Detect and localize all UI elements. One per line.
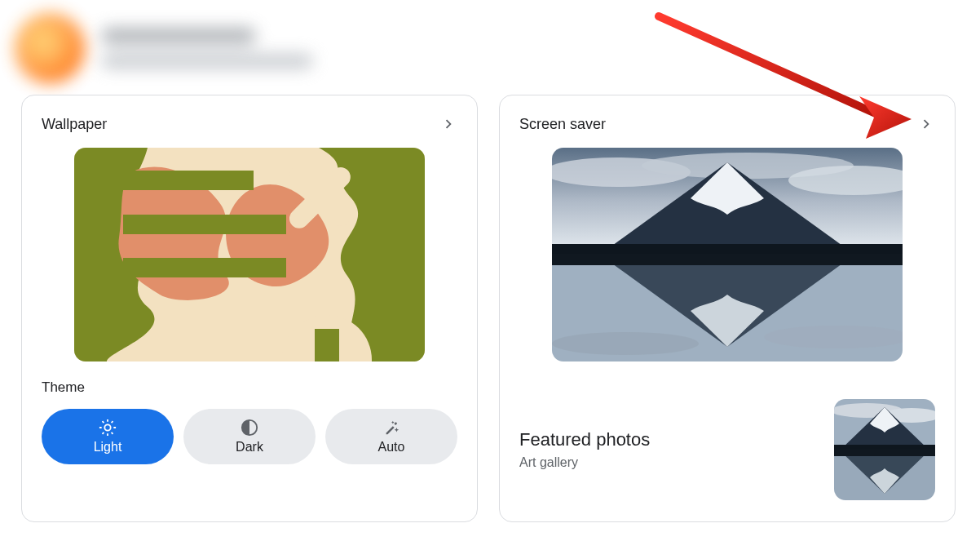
featured-photos-title: Featured photos (519, 429, 650, 450)
theme-dark-button[interactable]: Dark (183, 409, 316, 464)
account-text-blurred (101, 28, 313, 69)
theme-light-button[interactable]: Light (42, 409, 174, 464)
wallpaper-card: Wallpaper (21, 95, 478, 522)
svg-point-16 (552, 332, 699, 355)
screensaver-title: Screen saver (519, 116, 606, 133)
wallpaper-header[interactable]: Wallpaper (42, 115, 457, 133)
featured-photos-thumbnail (834, 399, 935, 500)
theme-dark-label: Dark (236, 440, 263, 455)
svg-rect-4 (315, 329, 339, 361)
theme-light-label: Light (94, 440, 122, 455)
wallpaper-title: Wallpaper (42, 116, 107, 133)
magic-wand-icon (382, 419, 400, 437)
screensaver-header[interactable]: Screen saver (519, 115, 935, 133)
svg-rect-6 (123, 215, 286, 234)
screensaver-preview[interactable] (552, 148, 903, 361)
half-circle-icon (241, 419, 258, 437)
chevron-right-icon (917, 115, 935, 133)
featured-photos-subtitle: Art gallery (519, 455, 650, 470)
screensaver-card: Screen saver (499, 95, 956, 522)
svg-rect-15 (552, 254, 903, 265)
svg-rect-5 (123, 171, 254, 190)
featured-photos-row[interactable]: Featured photos Art gallery (519, 399, 935, 500)
theme-label: Theme (42, 379, 457, 396)
theme-auto-button[interactable]: Auto (325, 409, 457, 464)
svg-rect-7 (123, 258, 286, 277)
theme-auto-label: Auto (378, 440, 405, 455)
theme-chips: Light Dark Auto (42, 409, 457, 464)
chevron-right-icon (439, 115, 457, 133)
avatar (15, 13, 85, 83)
svg-rect-23 (834, 450, 935, 456)
wallpaper-preview[interactable] (74, 148, 425, 361)
brightness-icon (99, 419, 117, 437)
account-header (15, 13, 313, 83)
